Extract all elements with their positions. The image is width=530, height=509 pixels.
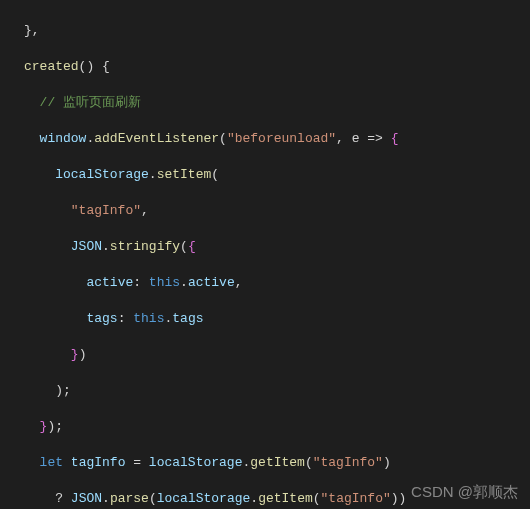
code-line[interactable]: }); xyxy=(24,418,530,436)
method-name: created xyxy=(24,59,79,74)
code-line[interactable]: ); xyxy=(24,382,530,400)
code-line[interactable]: created() { xyxy=(24,58,530,76)
code-line[interactable]: "tagInfo", xyxy=(24,202,530,220)
code-line[interactable]: localStorage.setItem( xyxy=(24,166,530,184)
code-line[interactable]: window.addEventListener("beforeunload", … xyxy=(24,130,530,148)
code-line[interactable]: JSON.stringify({ xyxy=(24,238,530,256)
code-line[interactable]: ? JSON.parse(localStorage.getItem("tagIn… xyxy=(24,490,530,508)
code-line[interactable]: }) xyxy=(24,346,530,364)
code-line[interactable]: active: this.active, xyxy=(24,274,530,292)
comment: // 监听页面刷新 xyxy=(40,95,141,110)
code-line[interactable]: let tagInfo = localStorage.getItem("tagI… xyxy=(24,454,530,472)
code-line[interactable]: }, xyxy=(24,22,530,40)
code-editor[interactable]: }, created() { // 监听页面刷新 window.addEvent… xyxy=(0,0,530,509)
brace: }, xyxy=(24,23,40,38)
code-line[interactable]: // 监听页面刷新 xyxy=(24,94,530,112)
code-line[interactable]: tags: this.tags xyxy=(24,310,530,328)
